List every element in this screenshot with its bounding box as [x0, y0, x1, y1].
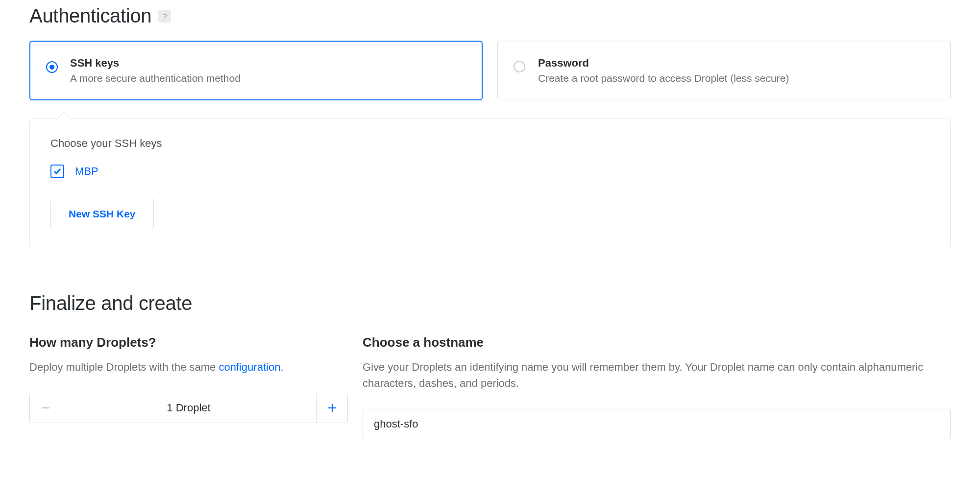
new-ssh-key-button[interactable]: New SSH Key: [50, 199, 154, 229]
checkbox-icon[interactable]: [50, 165, 64, 178]
authentication-heading: Authentication ?: [29, 5, 951, 27]
auth-option-ssh-keys[interactable]: SSH keys A more secure authentication me…: [29, 41, 483, 100]
droplet-count-heading: How many Droplets?: [29, 335, 348, 350]
auth-options-group: SSH keys A more secure authentication me…: [29, 41, 951, 100]
auth-option-desc: Create a root password to access Droplet…: [538, 72, 934, 84]
auth-option-desc: A more secure authentication method: [70, 72, 466, 84]
radio-dot-icon: [49, 65, 54, 70]
auth-option-password[interactable]: Password Create a root password to acces…: [497, 41, 951, 100]
finalize-heading: Finalize and create: [29, 292, 951, 314]
hostname-column: Choose a hostname Give your Droplets an …: [363, 335, 951, 439]
ssh-key-item[interactable]: MBP: [50, 165, 98, 178]
auth-option-title: Password: [538, 57, 934, 70]
authentication-title-text: Authentication: [29, 5, 151, 27]
help-icon[interactable]: ?: [158, 10, 171, 23]
droplet-count-desc: Deploy multiple Droplets with the same c…: [29, 359, 348, 375]
radio-icon: [46, 61, 58, 73]
desc-text: Deploy multiple Droplets with the same: [29, 361, 219, 373]
ssh-panel-label: Choose your SSH keys: [50, 137, 930, 150]
droplet-count-value: 1 Droplet: [61, 393, 316, 423]
droplet-count-stepper: 1 Droplet: [29, 393, 348, 423]
ssh-key-label[interactable]: MBP: [75, 165, 98, 178]
plus-icon: [327, 403, 338, 413]
auth-option-title: SSH keys: [70, 57, 466, 70]
increment-button[interactable]: [316, 393, 347, 423]
hostname-desc: Give your Droplets an identifying name y…: [363, 359, 951, 391]
desc-text: .: [280, 361, 283, 373]
radio-icon: [514, 61, 525, 72]
hostname-input[interactable]: [363, 409, 951, 439]
panel-arrow-icon: [57, 112, 70, 124]
minus-icon: [40, 403, 51, 413]
ssh-keys-panel: Choose your SSH keys MBP New SSH Key: [29, 118, 951, 248]
decrement-button[interactable]: [30, 393, 61, 423]
configuration-link[interactable]: configuration: [219, 361, 280, 373]
finalize-section: Finalize and create How many Droplets? D…: [29, 292, 951, 439]
hostname-heading: Choose a hostname: [363, 335, 951, 350]
droplet-count-column: How many Droplets? Deploy multiple Dropl…: [29, 335, 348, 439]
